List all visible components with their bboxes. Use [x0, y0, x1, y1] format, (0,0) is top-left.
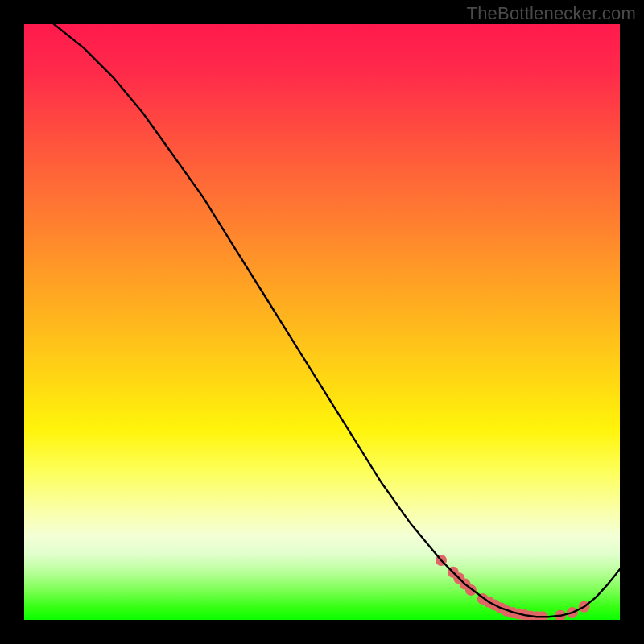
chart-svg: [24, 24, 620, 620]
chart-frame: TheBottlenecker.com: [0, 0, 644, 644]
watermark-text: TheBottlenecker.com: [467, 3, 636, 24]
markers-group: [436, 555, 590, 620]
bottleneck-curve: [54, 24, 620, 617]
plot-area: [24, 24, 620, 620]
